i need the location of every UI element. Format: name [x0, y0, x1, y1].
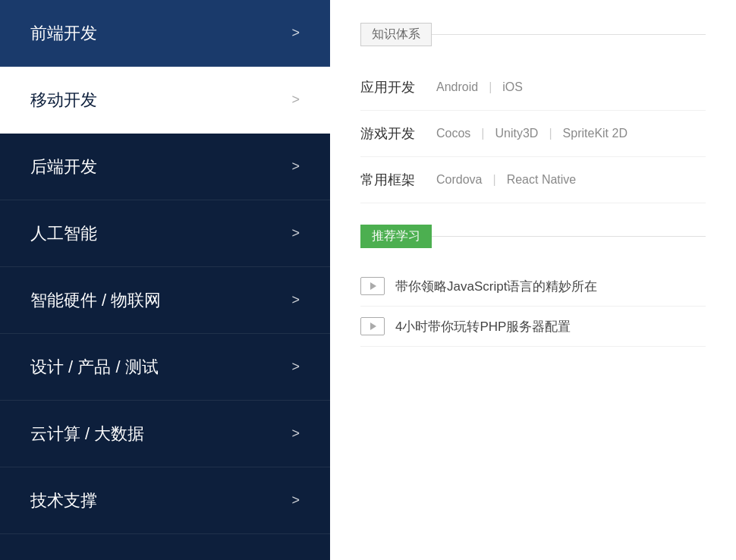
sidebar-item-label: 设计 / 产品 / 测试 [30, 356, 159, 379]
sidebar-item-backend[interactable]: 后端开发 > [0, 134, 330, 200]
sidebar-item-label: 后端开发 [30, 156, 97, 178]
recommend-item-text: 带你领略JavaScript语言的精妙所在 [395, 278, 597, 295]
chevron-right-icon: > [291, 92, 300, 108]
video-icon [360, 277, 385, 295]
recommend-item-1[interactable]: 4小时带你玩转PHP服务器配置 [360, 307, 706, 347]
knowledge-row-framework: 常用框架 Cordova | React Native [360, 157, 706, 203]
knowledge-item-cordova[interactable]: Cordova [436, 173, 482, 187]
chevron-right-icon: > [291, 292, 300, 308]
sidebar-item-label: 云计算 / 大数据 [30, 423, 144, 445]
knowledge-item-cocos[interactable]: Cocos [436, 127, 470, 140]
sidebar-item-cloud[interactable]: 云计算 / 大数据 > [0, 401, 330, 467]
chevron-right-icon: > [291, 426, 300, 442]
chevron-right-icon: > [291, 359, 300, 375]
chevron-right-icon: > [291, 492, 300, 508]
knowledge-item-ios[interactable]: iOS [502, 80, 523, 94]
sidebar-item-label: 智能硬件 / 物联网 [30, 289, 161, 312]
sidebar: 前端开发 > 移动开发 > 后端开发 > 人工智能 > 智能硬件 / 物联网 >… [0, 0, 330, 560]
knowledge-section-header: 知识体系 [360, 23, 706, 46]
knowledge-row-items: Android | iOS [436, 80, 523, 94]
knowledge-row-game: 游戏开发 Cocos | Unity3D | SpriteKit 2D [360, 111, 706, 157]
knowledge-row-items: Cocos | Unity3D | SpriteKit 2D [436, 127, 627, 140]
knowledge-row-label: 常用框架 [360, 171, 436, 189]
sidebar-item-frontend[interactable]: 前端开发 > [0, 0, 330, 67]
sidebar-item-design[interactable]: 设计 / 产品 / 测试 > [0, 334, 330, 401]
chevron-right-icon: > [291, 225, 300, 241]
section-divider [432, 236, 706, 237]
sidebar-item-label: 前端开发 [30, 22, 97, 45]
separator: | [492, 173, 495, 187]
knowledge-tag: 知识体系 [360, 23, 432, 46]
separator: | [481, 127, 484, 140]
sidebar-item-support[interactable]: 技术支撑 > [0, 467, 330, 534]
sidebar-item-label: 移动开发 [30, 89, 97, 112]
sidebar-item-label: 人工智能 [30, 222, 97, 245]
sidebar-item-ai[interactable]: 人工智能 > [0, 200, 330, 267]
sidebar-item-mobile[interactable]: 移动开发 > [0, 67, 330, 134]
knowledge-section: 知识体系 应用开发 Android | iOS 游戏开发 Cocos | Uni… [360, 23, 706, 203]
recommend-item-text: 4小时带你玩转PHP服务器配置 [395, 318, 571, 335]
knowledge-item-spritekit[interactable]: SpriteKit 2D [563, 127, 627, 140]
recommend-section-header: 推荐学习 [360, 225, 706, 248]
knowledge-row-app: 应用开发 Android | iOS [360, 64, 706, 111]
separator: | [489, 80, 492, 94]
knowledge-row-label: 应用开发 [360, 78, 436, 96]
recommend-tag: 推荐学习 [360, 225, 432, 248]
separator: | [549, 127, 552, 140]
knowledge-item-unity3d[interactable]: Unity3D [495, 127, 539, 140]
knowledge-row-label: 游戏开发 [360, 124, 436, 143]
content-panel: 知识体系 应用开发 Android | iOS 游戏开发 Cocos | Uni… [330, 0, 736, 560]
recommend-section: 推荐学习 带你领略JavaScript语言的精妙所在 4小时带你玩转PHP服务器… [360, 225, 706, 347]
chevron-right-icon: > [291, 25, 300, 41]
video-icon [360, 317, 385, 335]
knowledge-row-items: Cordova | React Native [436, 173, 576, 187]
sidebar-item-hardware[interactable]: 智能硬件 / 物联网 > [0, 267, 330, 334]
sidebar-item-label: 技术支撑 [30, 489, 97, 512]
knowledge-item-react-native[interactable]: React Native [507, 173, 577, 187]
chevron-right-icon: > [291, 159, 300, 175]
knowledge-item-android[interactable]: Android [436, 80, 478, 94]
recommend-item-0[interactable]: 带你领略JavaScript语言的精妙所在 [360, 266, 706, 307]
section-divider [432, 34, 706, 35]
